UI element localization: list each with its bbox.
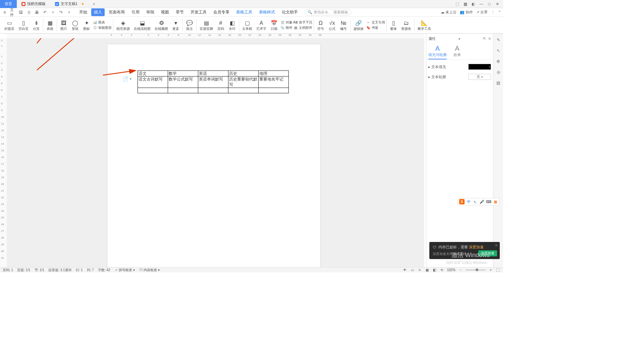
menu-vip[interactable]: 会员专享 [211, 8, 232, 16]
table-cell[interactable] [198, 88, 228, 93]
table-cell[interactable] [168, 88, 198, 93]
print-preview-icon[interactable]: ⎙ [26, 10, 32, 15]
edutools-button[interactable]: 📐教学工具 [416, 19, 433, 31]
date-button[interactable]: 📅日期 [269, 19, 279, 31]
table-cell[interactable] [259, 88, 289, 93]
cover-page-button[interactable]: ▭封面页 [3, 19, 16, 31]
mind-button[interactable]: ❂在线脑图 [153, 19, 170, 31]
pointer-icon[interactable]: ↖ [495, 48, 501, 54]
object-button[interactable]: ◫对象 [280, 20, 292, 25]
menu-table-style[interactable]: 表格样式 [256, 8, 278, 16]
fill-color-swatch[interactable]: ▾ [468, 64, 491, 70]
document-area[interactable]: 📄 ▾ 语文 数学 英语 历史 地理 语文古诗默写 数学公式默写 英语单词默写 … [7, 38, 424, 267]
symbol-button[interactable]: Ω符号 [315, 19, 326, 31]
hyperlink-button[interactable]: 🔗超链接 [352, 19, 365, 31]
bookmark-button[interactable]: 🔖书签 [366, 26, 385, 30]
menu-pagelayout[interactable]: 页面布局 [106, 8, 127, 16]
table-cell[interactable]: 英语单词默写 [198, 77, 228, 88]
prop-tab-effect[interactable]: A效果 [453, 45, 461, 59]
qat-dropdown-icon[interactable]: ▾ [66, 10, 72, 15]
pen-icon[interactable]: ✎ [495, 37, 501, 43]
zoom-slider[interactable] [466, 269, 486, 270]
vertical-ruler[interactable]: 2 1 1 2 3 4 5 6 7 8 9 10 11 12 13 14 15 … [0, 38, 7, 267]
pin-icon[interactable]: ⇱ [483, 37, 486, 41]
menu-table-tools[interactable]: 表格工具 [233, 8, 255, 16]
file-menu[interactable]: 文件 [10, 10, 15, 15]
ime-keyboard-icon[interactable]: ⌨ [486, 199, 491, 204]
ime-cn-icon[interactable]: 中 [466, 199, 471, 204]
save-icon[interactable]: 🖫 [18, 10, 23, 15]
menu-insert[interactable]: 插入 [91, 8, 105, 16]
status-content[interactable]: 内容检查 [144, 268, 157, 272]
status-spell[interactable]: 拼写检查 [119, 268, 132, 272]
attach-button[interactable]: 📎附件 [280, 26, 292, 30]
horizontal-ruler[interactable]: 6 4 2 2 4 6 8 10 12 14 16 18 20 22 24 26… [7, 34, 424, 38]
watermark-button[interactable]: ◧水印 [227, 19, 237, 31]
dropcap-button[interactable]: A≣首字下沉 [293, 20, 312, 25]
view-mode-4-icon[interactable]: ◧ [432, 268, 437, 272]
table-cell[interactable]: 语文古诗默写 [138, 77, 168, 88]
table-cell[interactable]: 语文 [138, 71, 168, 77]
maximize-button[interactable]: □ [486, 1, 492, 7]
table-cell[interactable]: 英语 [198, 71, 228, 77]
menu-review[interactable]: 审阅 [144, 8, 157, 16]
table-cell[interactable]: 重要地名牢记 [259, 77, 289, 88]
comment-button[interactable]: 💬批注 [184, 19, 195, 31]
status-row[interactable]: 行: 1 [76, 268, 83, 272]
shape-button[interactable]: ◯形状 [70, 19, 80, 31]
tab-docer-templates[interactable]: 找稻壳模板 [17, 0, 50, 8]
hamburger-icon[interactable]: ≡ [2, 10, 7, 15]
view-mode-2-icon[interactable]: ≡ [417, 268, 422, 272]
zoom-out-icon[interactable]: − [458, 268, 463, 272]
popup-close-icon[interactable]: ✕ [495, 243, 498, 248]
tab-document[interactable]: W 文字文稿1 [50, 0, 88, 8]
close-button[interactable]: ✕ [494, 1, 500, 7]
pagenum-button[interactable]: #页码 [215, 19, 226, 31]
tab-home[interactable]: 首页 [0, 0, 17, 8]
flow-button[interactable]: ⬓在线流程图 [132, 19, 152, 31]
eye-icon[interactable]: 👁 [402, 268, 407, 272]
status-section[interactable]: 节: 1/1 [35, 268, 44, 272]
minimize-button[interactable]: — [478, 1, 484, 7]
status-pages[interactable]: 页面: 1/1 [17, 268, 30, 272]
table-cell[interactable]: 历史 [228, 71, 259, 77]
document-page[interactable]: 📄 ▾ 语文 数学 英语 历史 地理 语文古诗默写 数学公式默写 英语单词默写 … [107, 44, 320, 267]
menu-devtools[interactable]: 开发工具 [188, 8, 209, 16]
table-cell[interactable] [228, 88, 259, 93]
blank-page-button[interactable]: ▯空白页 [17, 19, 30, 31]
table-cell[interactable] [138, 88, 168, 93]
table-row[interactable]: 语文古诗默写 数学公式默写 英语单词默写 历史重要朝代默写 重要地名牢记 [138, 77, 289, 88]
page-icon[interactable]: ▤ [495, 80, 501, 86]
icons-button[interactable]: ✦图标 [81, 19, 92, 31]
layout1-icon[interactable]: ⬚ [454, 1, 460, 7]
ime-grid-icon[interactable]: ▦ [493, 199, 498, 204]
panel-close-icon[interactable]: ✕ [488, 37, 491, 41]
table-cell[interactable]: 地理 [259, 71, 289, 77]
smartart-button[interactable]: ⬡智能图形 [93, 26, 112, 30]
menu-paper[interactable]: 论文助手 [279, 8, 301, 16]
view-mode-3-icon[interactable]: ▦ [425, 268, 429, 272]
target-icon[interactable]: ◎ [495, 69, 501, 75]
status-words[interactable]: 字数: 42 [98, 268, 110, 272]
share-button[interactable]: ↗分享 [476, 10, 488, 15]
number-button[interactable]: №编号 [338, 19, 349, 31]
docer-res-button[interactable]: ◈稻壳资源 [115, 19, 131, 31]
settings-icon[interactable]: ⚙ [495, 58, 501, 64]
crossref-button[interactable]: ↔交叉引用 [366, 20, 385, 25]
ime-punct-icon[interactable]: •, [473, 199, 478, 204]
resources-button[interactable]: 🗂资源夹 [399, 19, 413, 31]
equation-button[interactable]: √x公式 [327, 19, 337, 31]
undo-dropdown-icon[interactable]: ▾ [50, 10, 56, 15]
status-page[interactable]: 页码: 1 [3, 268, 13, 272]
menu-start[interactable]: 开始 [76, 8, 90, 16]
print-icon[interactable]: 🖶 [34, 10, 40, 15]
menu-references[interactable]: 引用 [129, 8, 142, 16]
view-mode-1-icon[interactable]: ▭ [410, 268, 415, 272]
reset-zoom-icon[interactable]: ⟲ [439, 268, 444, 272]
pane-button[interactable]: ▯窗体 [388, 19, 399, 31]
prop-tab-fill[interactable]: A填充与轮廓 [428, 45, 447, 59]
picture-button[interactable]: 🖼图片 [58, 19, 69, 31]
fullscreen-icon[interactable]: ⛶ [496, 268, 500, 272]
textbox-button[interactable]: ▢文本框 [240, 19, 254, 31]
menu-chapter[interactable]: 章节 [173, 8, 186, 16]
